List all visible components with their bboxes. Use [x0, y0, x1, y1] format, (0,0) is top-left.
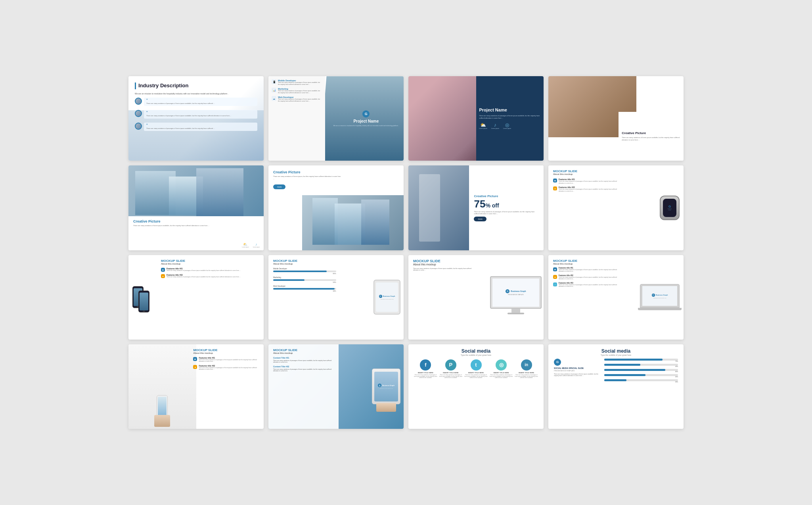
slide-14-tablet-screen: G Business Graph PRESENTATION TEMPLATE	[374, 372, 398, 401]
slide-10-tablet-screen: G Business Graph PRESENTATION TEMPLATE	[376, 282, 398, 312]
slide-11-monitor: G Business Graph PRESENTATION TEMPLATE	[490, 276, 542, 314]
quote-mark-3: "	[146, 124, 255, 127]
slide-8-feat2: ▲ Features title #02 There are many vari…	[553, 186, 622, 192]
slide-6-more-btn[interactable]: more	[273, 184, 285, 189]
slide-11-title: MOCKUP SLIDE	[413, 259, 476, 263]
slide-6-bld2	[335, 204, 365, 245]
slide-9-feat2-icon: ▲	[161, 274, 165, 278]
slide-2-body: We are on mission to revolution the hosp…	[333, 125, 399, 127]
slide-2-item1-body: There are many variations of passages of…	[278, 82, 322, 85]
slide-5-icon1-label: Lorem ipsum	[242, 246, 249, 248]
slide-15-tw-label: INSERT TITLE HERE	[464, 372, 488, 374]
slide-15: Social media Type the subtitle of your g…	[408, 344, 544, 429]
slide-12-laptop-screen-outer: G Business Graph PRESENTATION TEMPLATE	[640, 284, 680, 308]
slide-15-pi-body: There are many variations of passages of…	[439, 374, 463, 379]
slide-15-pi-icon: P	[445, 359, 456, 371]
slide-10-bar2-label: Marketing	[273, 277, 336, 278]
slide-3-icon2: ♪	[491, 122, 499, 128]
slide-14-tablet-hand: G Business Graph PRESENTATION TEMPLATE	[372, 369, 400, 404]
slide-5-icons: ⛅ Lorem ipsum ♪ Lorem ipsum	[242, 242, 260, 248]
slide-16-bar4-pct: 56%	[604, 376, 678, 378]
slide-15-li-body: There are many variations of passages of…	[515, 374, 538, 379]
slide-10-brand-sub: PRESENTATION TEMPLATE	[381, 299, 394, 300]
slide-10-bar1: Mobile Developer 85%	[273, 268, 336, 275]
slide-12-brand-sub: PRESENTATION TEMPLATE	[653, 298, 666, 299]
slide-15-circle-tw: t INSERT TITLE HERE There are many varia…	[464, 359, 488, 379]
slide-12-title: MOCKUP SLIDE	[553, 259, 619, 263]
slide-7-percent: 75	[474, 199, 485, 209]
slide-15-ig-body: There are many variations of passages of…	[490, 374, 513, 379]
slide-12-feat2: ▲ Features title #02 There are many vari…	[553, 275, 619, 280]
slide-16-bar5: 30%	[604, 379, 678, 383]
slide-10-title: MOCKUP SLIDE	[273, 259, 336, 263]
slide-5-building3	[196, 168, 243, 218]
slide-13-feat1-text: Features title #01 There are many variat…	[199, 357, 260, 363]
slide-9-feat1-icon: ◆	[161, 268, 165, 272]
slide-11-monitor-screen: G Business Graph PRESENTATION TEMPLATE	[492, 278, 539, 307]
slide-16-bar1: 79%	[604, 359, 678, 362]
slide-15-fb-body: There are many variations of passages of…	[414, 374, 437, 379]
slide-6: Creative Picture Thare are many variatio…	[268, 165, 404, 250]
slide-12-feat3-text: Features title #03 There are many variat…	[559, 282, 619, 288]
slide-10: MOCKUP SLIDE About this mockup Mobile De…	[268, 255, 404, 340]
slide-2: 📱 Mobile Developer There are many variat…	[268, 76, 404, 161]
slide-13-title: MOCKUP SLIDE	[193, 348, 260, 352]
slide-15-fb-label: INSERT TITLE HERE	[414, 372, 437, 374]
slide-12-laptop-screen-inner: G Business Graph PRESENTATION TEMPLATE	[642, 286, 677, 306]
slide-11: MOCKUP SLIDE About this mockup There are…	[408, 255, 544, 340]
slide-8-feat2-body: There are many variations of passages of…	[559, 188, 622, 192]
slide-3-icon2-label: Lorem ipsum	[491, 128, 499, 129]
slide-9-title: MOCKUP SLIDE	[161, 259, 259, 263]
slide-14-tablet-body: G Business Graph PRESENTATION TEMPLATE	[372, 369, 400, 404]
slide-3-icon1-label: Lorem ipsum	[479, 128, 487, 129]
slide-5-bottom: Creative Picture There are many variatio…	[128, 216, 264, 250]
slide-14-brand-sub: PRESENTATION TEMPLATE	[380, 388, 393, 389]
slide-1: Industry Description We are on mission t…	[128, 76, 264, 161]
slide-4-text-area: Creative Picture There are many variatio…	[619, 112, 684, 161]
slide-7-off: % off	[485, 203, 499, 208]
slide-10-bar2-track	[273, 279, 336, 281]
slide-8-watch-text: BusinessGraph	[668, 208, 672, 211]
slide-14-g-logo: G	[378, 384, 381, 387]
slide-8-feat1-text: Features title #01 There are many variat…	[559, 178, 622, 184]
slide-13-feat1-body: There are many variations of passages of…	[199, 359, 260, 363]
slide-7-more-btn[interactable]: more	[474, 217, 486, 221]
slide-12-brand-row: G Business Graph	[652, 294, 668, 297]
slide-12-feat1-text: Features title #01 There are many variat…	[559, 267, 619, 273]
quote-mark-1: "	[146, 99, 255, 102]
slide-12-subtitle: About this mockup	[553, 263, 619, 265]
slide-8-watch-body: G BusinessGraph	[660, 196, 680, 220]
slide-15-li-label: INSERT TITLE HERE	[515, 372, 538, 374]
slide-14-brand: Business Graph	[382, 384, 395, 386]
slide-12-feat2-icon: ▲	[553, 275, 557, 279]
slide-11-brand-row: G Business Graph	[506, 289, 526, 293]
slide-15-circle-ig: ◎ INSERT TITLE HERE There are many varia…	[490, 359, 513, 379]
slide-12-feat3-icon: ♪	[553, 282, 557, 286]
slide-16-subtitle: Type the subtitle of your great here	[554, 354, 678, 356]
slide-1-quote1: There are many variations of passages of…	[146, 102, 255, 104]
slide-12: MOCKUP SLIDE About this mockup ◆ Feature…	[548, 255, 684, 340]
slide-3-title: Project Name	[479, 108, 541, 112]
slide-10-bar1-track	[273, 271, 336, 272]
slide-11-brand: Business Graph	[511, 290, 526, 292]
slide-11-monitor-stand	[511, 309, 520, 313]
slide-2-title: Project Name	[333, 119, 399, 124]
slide-16-brand-sub: PRESENTATION TEMPLATE	[554, 370, 601, 372]
slide-13-phone-hand	[154, 395, 170, 427]
slide-9-feat2-body: There are many variations of passages of…	[167, 276, 241, 278]
slide-10-tablet-brand: G Business Graph	[379, 295, 395, 298]
slide-12-feat2-body: There are many variations of passages of…	[559, 277, 619, 280]
slide-10-bar1-pct: 85%	[273, 273, 336, 275]
slide-16-bar2-pct: 49%	[604, 366, 678, 367]
slide-6-bld3	[361, 200, 390, 245]
slide-15-fb-icon: f	[420, 359, 431, 371]
slide-10-bar1-fill	[273, 271, 327, 272]
slide-16-bars: 79% 49% 83%	[604, 359, 678, 384]
slide-grid: Industry Description We are on mission t…	[128, 76, 684, 429]
slide-9-phone2-body	[138, 290, 149, 312]
avatar-2	[135, 110, 142, 117]
slide-15-circle-pi: P INSERT TITLE HERE There are many varia…	[439, 359, 463, 379]
slide-10-subtitle: About this mockup	[273, 263, 336, 265]
slide-2-icon-g: G	[362, 110, 370, 117]
slide-10-bar3-track	[273, 288, 336, 290]
